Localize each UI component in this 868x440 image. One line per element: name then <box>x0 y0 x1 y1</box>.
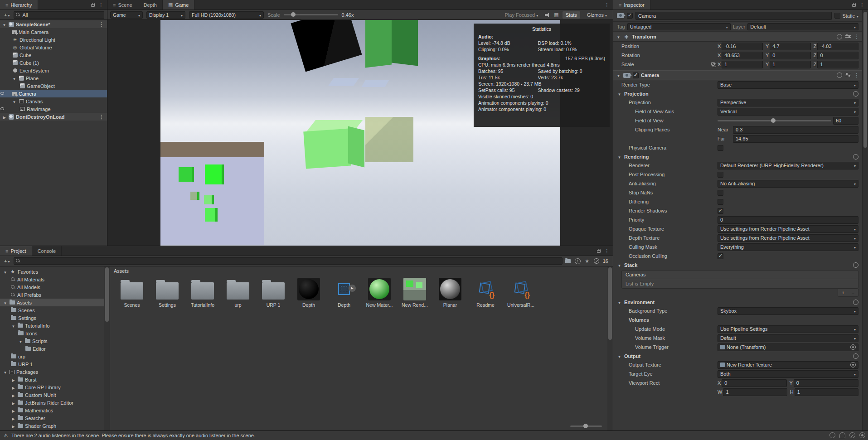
tab-scene[interactable]: Scene <box>107 0 138 10</box>
asset-settings[interactable]: Settings <box>150 277 184 308</box>
environment-section-header[interactable]: Environment <box>613 298 862 306</box>
foldout-open-icon[interactable] <box>617 300 622 305</box>
scale-slider[interactable] <box>284 14 338 15</box>
foldout-open-icon[interactable] <box>2 22 7 27</box>
grid-scrollbar[interactable] <box>607 266 613 430</box>
hierarchy-scene-row[interactable]: SampleScene* <box>0 20 107 28</box>
kebab-menu-icon[interactable] <box>99 114 107 120</box>
help-icon[interactable] <box>853 154 858 160</box>
tree-favorites[interactable]: Favorites <box>0 268 110 276</box>
tree-all-models[interactable]: All Models <box>0 283 110 291</box>
hierarchy-item-rawimage[interactable]: RawImage <box>0 105 107 113</box>
foldout-closed-icon[interactable] <box>11 423 16 429</box>
kebab-menu-icon[interactable] <box>854 72 859 78</box>
position-y-field[interactable]: 4.7 <box>770 43 811 50</box>
camera-enabled-checkbox[interactable] <box>633 73 639 78</box>
renderer-dropdown[interactable]: Default Renderer (URP-HighFidelity-Rende… <box>718 162 858 169</box>
tree-shader-graph[interactable]: Shader Graph <box>0 422 110 430</box>
asset-urp-1[interactable]: URP 1 <box>256 277 291 308</box>
static-dropdown[interactable]: Static <box>834 13 858 19</box>
progress-icon[interactable] <box>859 432 865 438</box>
foldout-closed-icon[interactable] <box>11 385 16 390</box>
volume-trigger-object-field[interactable]: None (Transform) <box>718 343 858 351</box>
game-viewport[interactable]: Statistics Audio: Level: -74.8 dBDSP loa… <box>107 20 613 246</box>
layer-dropdown[interactable]: Default <box>747 23 858 30</box>
object-picker-icon[interactable] <box>850 362 856 367</box>
preset-icon[interactable] <box>845 73 851 77</box>
rotation-z-field[interactable]: 0 <box>817 52 858 59</box>
help-icon[interactable] <box>853 91 858 97</box>
asset-new-rendertexture[interactable]: New Rend... <box>398 277 432 308</box>
asset-depth-material[interactable]: Depth <box>291 277 326 308</box>
tree-assets[interactable]: Assets <box>0 299 110 306</box>
hierarchy-item-camera-selected[interactable]: Camera <box>0 90 107 97</box>
foldout-closed-icon[interactable] <box>11 392 16 398</box>
tree-icons[interactable]: Icons <box>0 329 110 337</box>
foldout-open-icon[interactable] <box>3 369 8 375</box>
network-icon[interactable] <box>849 432 855 438</box>
scale-y-field[interactable]: 1 <box>770 61 811 68</box>
hierarchy-item-plane[interactable]: Plane <box>0 74 107 82</box>
viewport-h-field[interactable]: 1 <box>795 388 858 396</box>
help-icon[interactable] <box>853 300 858 305</box>
create-asset-button[interactable]: + <box>3 258 11 264</box>
foldout-open-icon[interactable] <box>616 34 621 39</box>
tree-all-prefabs[interactable]: All Prefabs <box>0 291 110 299</box>
hierarchy-item-gameobject[interactable]: GameObject <box>0 82 107 90</box>
info-icon[interactable] <box>575 258 581 264</box>
display-target-dropdown[interactable]: Game <box>110 11 143 19</box>
foldout-open-icon[interactable] <box>617 154 622 160</box>
tree-editor[interactable]: Editor <box>0 345 110 353</box>
scale-x-field[interactable]: 1 <box>722 61 763 68</box>
tree-scenes[interactable]: Scenes <box>0 306 110 314</box>
tab-depth[interactable]: Depth <box>138 0 163 10</box>
lock-icon[interactable] <box>597 250 601 253</box>
preset-icon[interactable] <box>845 34 851 39</box>
background-type-dropdown[interactable]: Skybox <box>718 307 858 315</box>
tree-tutorialinfo[interactable]: TutorialInfo <box>0 322 110 329</box>
tree-settings[interactable]: Settings <box>0 314 110 322</box>
volume-mask-dropdown[interactable]: Default <box>718 334 858 342</box>
hierarchy-item-global-volume[interactable]: Global Volume <box>0 44 107 51</box>
foldout-open-icon[interactable] <box>617 353 622 359</box>
scene-visibility-icon[interactable] <box>0 107 4 110</box>
tree-urp-1[interactable]: URP 1 <box>0 360 110 368</box>
hierarchy-dontdestroy-row[interactable]: DontDestroyOnLoad <box>0 113 107 121</box>
culling-mask-dropdown[interactable]: Everything <box>718 243 858 251</box>
viewport-y-field[interactable]: 0 <box>794 379 858 387</box>
hierarchy-item-cube[interactable]: Cube <box>0 51 107 59</box>
fov-slider[interactable] <box>718 120 831 121</box>
hierarchy-search-input[interactable]: All <box>14 11 104 19</box>
opaque-texture-dropdown[interactable]: Use settings from Render Pipeline Asset <box>718 225 858 233</box>
projection-section-header[interactable]: Projection <box>613 89 862 98</box>
rotation-x-field[interactable]: 48.653 <box>722 52 763 59</box>
tab-console[interactable]: Console <box>32 246 62 256</box>
tree-scripts[interactable]: Scripts <box>0 337 110 345</box>
tag-dropdown[interactable]: Untagged <box>627 23 731 30</box>
output-section-header[interactable]: Output <box>613 352 862 360</box>
scene-visibility-icon[interactable] <box>0 92 4 95</box>
favorite-icon[interactable] <box>584 258 590 264</box>
render-type-dropdown[interactable]: Base <box>718 81 858 89</box>
create-object-button[interactable]: + <box>3 12 11 18</box>
help-icon[interactable] <box>853 262 858 268</box>
notifications-icon[interactable] <box>839 432 845 438</box>
play-badge-icon[interactable] <box>349 285 356 292</box>
tree-burst[interactable]: Burst <box>0 376 110 383</box>
tree-jetbrains[interactable]: JetBrains Rider Editor <box>0 399 110 406</box>
occlusion-culling-checkbox[interactable] <box>718 253 723 259</box>
vsync-icon[interactable] <box>554 12 558 18</box>
position-x-field[interactable]: -0.16 <box>722 43 763 50</box>
foldout-open-icon[interactable] <box>12 99 17 104</box>
depth-texture-dropdown[interactable]: Use settings from Render Pipeline Asset <box>718 234 858 242</box>
tree-custom-nunit[interactable]: Custom NUnit <box>0 391 110 399</box>
foldout-open-icon[interactable] <box>18 338 23 344</box>
constrain-proportions-icon[interactable] <box>711 62 716 67</box>
slider-thumb[interactable] <box>291 12 296 17</box>
tab-hierarchy[interactable]: Hierarchy <box>0 0 38 10</box>
foldout-closed-icon[interactable] <box>11 400 16 406</box>
refresh-icon[interactable] <box>829 432 835 438</box>
foldout-closed-icon[interactable] <box>11 377 16 382</box>
stack-section-header[interactable]: Stack <box>613 261 862 269</box>
play-focused-dropdown[interactable]: Play Focused <box>502 11 542 19</box>
